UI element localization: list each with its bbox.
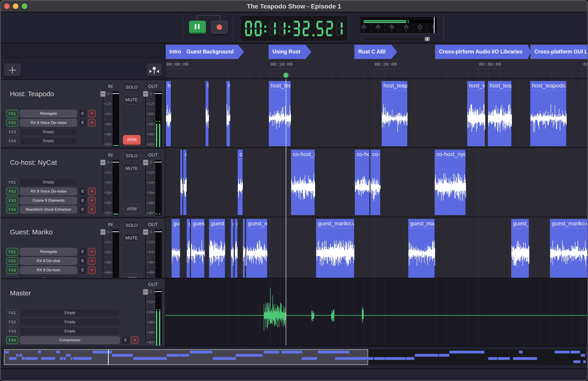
- svg-text:36: 36: [149, 320, 153, 325]
- svg-text:12: 12: [106, 102, 110, 106]
- svg-text:36: 36: [149, 191, 153, 195]
- svg-text:12: 12: [106, 170, 110, 175]
- svg-text:60: 60: [106, 142, 110, 147]
- svg-text:12: 12: [149, 170, 153, 175]
- svg-text:36: 36: [106, 260, 110, 265]
- svg-text:60: 60: [149, 340, 153, 345]
- svg-text:36: 36: [389, 24, 394, 29]
- svg-text:12: 12: [149, 240, 153, 244]
- svg-text:0: 0: [150, 230, 152, 234]
- svg-text:60: 60: [149, 211, 153, 215]
- svg-text:48: 48: [149, 132, 153, 136]
- svg-text:24: 24: [149, 310, 153, 314]
- svg-text:24: 24: [149, 180, 153, 185]
- svg-text:36: 36: [149, 122, 153, 127]
- svg-text:48: 48: [376, 24, 380, 29]
- svg-text:24: 24: [106, 180, 110, 185]
- svg-text:24: 24: [106, 250, 110, 254]
- svg-text:36: 36: [106, 122, 110, 127]
- svg-text:60: 60: [361, 24, 366, 29]
- svg-text:48: 48: [106, 270, 110, 275]
- svg-text:0: 0: [150, 91, 152, 96]
- svg-text:48: 48: [106, 201, 110, 205]
- svg-text:48: 48: [149, 330, 153, 335]
- svg-text:0: 0: [107, 91, 109, 96]
- svg-text:0: 0: [150, 160, 152, 165]
- svg-text:12: 12: [149, 300, 153, 304]
- svg-text:24: 24: [149, 112, 153, 116]
- svg-text:0: 0: [150, 290, 152, 294]
- svg-text:12: 12: [417, 24, 422, 29]
- svg-text:12: 12: [106, 240, 110, 244]
- svg-text:48: 48: [106, 132, 110, 136]
- svg-text:36: 36: [106, 191, 110, 195]
- svg-text:48: 48: [149, 201, 153, 205]
- svg-text:36: 36: [149, 260, 153, 265]
- svg-text:12: 12: [149, 102, 153, 106]
- svg-text:0: 0: [107, 160, 109, 165]
- svg-text:24: 24: [404, 24, 409, 29]
- svg-text:24: 24: [106, 112, 110, 116]
- svg-text:60: 60: [106, 211, 110, 215]
- svg-text:24: 24: [149, 250, 153, 254]
- svg-text:60: 60: [149, 142, 153, 147]
- svg-text:0: 0: [107, 230, 109, 234]
- svg-text:48: 48: [149, 270, 153, 275]
